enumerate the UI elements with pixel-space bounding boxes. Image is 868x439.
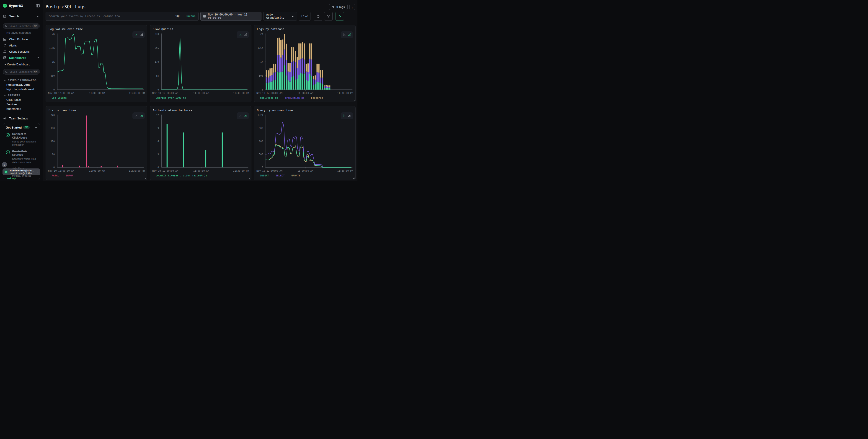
kebab-menu-button[interactable]: ⋮: [349, 4, 355, 10]
y-axis-tick-label: 6: [157, 140, 159, 143]
bar-mode-icon[interactable]: [140, 114, 143, 117]
legend-item[interactable]: — Log volume: [49, 96, 67, 100]
bar-mode-icon[interactable]: [140, 33, 143, 36]
get-started-item[interactable]: Create Data Sources Configure where your…: [6, 150, 37, 164]
chart-title: Errors over time: [49, 108, 145, 112]
user-menu[interactable]: D dominic.tran@clic... dominic.tran@clic…: [2, 168, 40, 175]
resize-handle[interactable]: [353, 178, 354, 179]
chart-mode-toggle: [132, 31, 145, 38]
x-axis-tick-label: Nov 10 12:00:00 AM: [152, 92, 178, 94]
sidebar-collapse-button[interactable]: [36, 4, 40, 8]
sidebar-link-kubernetes[interactable]: Kubernetes: [0, 107, 43, 111]
line-mode-icon[interactable]: [239, 114, 242, 117]
chevron-right-icon: [37, 171, 39, 173]
chevron-down-icon: [292, 15, 294, 17]
get-started-item-title: Connect to ClickHouse: [12, 132, 37, 139]
chevron-down-icon: [4, 80, 6, 81]
legend-item[interactable]: — production_db: [282, 96, 304, 100]
sidebar-item-alerts[interactable]: Alerts: [0, 42, 43, 49]
legend-item[interactable]: — countIf(like(arr..ation failed%')): [153, 174, 207, 178]
lucene-toggle[interactable]: Lucene: [186, 14, 195, 18]
sidebar-link-postgresql-logs[interactable]: PostgreSQL Logs: [0, 83, 43, 87]
section-label: PRESETS: [8, 94, 20, 97]
help-button[interactable]: ?: [2, 162, 7, 167]
refresh-button[interactable]: [314, 12, 322, 21]
tags-button[interactable]: 0 Tags: [329, 4, 348, 10]
legend-item[interactable]: — SELECT: [273, 174, 285, 178]
y-axis-tick-label: 0: [262, 88, 263, 91]
resize-handle[interactable]: [145, 178, 146, 179]
bar-mode-icon[interactable]: [244, 114, 247, 117]
legend-item[interactable]: — FATAL: [49, 174, 59, 178]
chart-panel-query-types: Query types over time 1.2K9006003000 Nov…: [254, 106, 355, 180]
get-started-item-subtitle: Set up your database connection: [12, 140, 37, 147]
chevron-up-icon[interactable]: [35, 127, 37, 128]
legend-item[interactable]: — analytics_db: [257, 96, 278, 100]
get-started-item[interactable]: Connect to ClickHouse Set up your databa…: [6, 132, 37, 147]
x-axis: Nov 10 12:00:00 AM11:00:00 AM11:30:00 PM: [256, 169, 353, 173]
saved-dashboards-input[interactable]: [9, 70, 32, 74]
event-search-input[interactable]: [49, 14, 176, 18]
sidebar-link-services[interactable]: Services: [0, 102, 43, 107]
chart-panel-log-volume: Log volume over time 2K1.5K1K5000 Nov 10…: [45, 25, 147, 102]
x-axis-tick-label: 11:30:00 PM: [337, 92, 353, 94]
chart-canvas[interactable]: [56, 33, 144, 91]
chart-canvas[interactable]: [160, 33, 248, 91]
chart-canvas[interactable]: [265, 33, 352, 91]
live-button[interactable]: Live: [299, 12, 310, 21]
resize-handle[interactable]: [249, 178, 250, 179]
x-axis-tick-label: 11:30:00 PM: [129, 169, 145, 172]
chart-plot: 2K1.5K1K5000: [256, 33, 353, 91]
sidebar-link-nginx-dashboard[interactable]: Nginx logs dashboard: [0, 87, 43, 92]
saved-searches-input[interactable]: [9, 24, 32, 28]
bar-mode-icon[interactable]: [244, 33, 247, 36]
chart-canvas[interactable]: [56, 114, 144, 169]
line-mode-icon[interactable]: [134, 114, 138, 117]
legend-item[interactable]: — Queries over 1000 ms: [153, 96, 186, 100]
sql-toggle[interactable]: SQL: [176, 14, 181, 18]
dashboards-grid-icon: [3, 56, 7, 60]
y-axis-tick-label: 1.2K: [257, 114, 263, 116]
bar-mode-icon[interactable]: [348, 114, 351, 117]
sidebar-item-team-settings[interactable]: Team Settings: [0, 115, 43, 122]
avatar: D: [4, 169, 8, 175]
saved-dashboards-search[interactable]: ⌘K: [3, 69, 40, 74]
bar-mode-icon[interactable]: [348, 33, 351, 36]
line-mode-icon[interactable]: [343, 33, 346, 36]
legend-item[interactable]: — UPDATE: [288, 174, 301, 178]
sidebar-item-dashboards[interactable]: Dashboards: [0, 55, 43, 61]
resize-handle[interactable]: [145, 100, 146, 101]
app-title: HyperDX: [9, 4, 23, 7]
line-mode-icon[interactable]: [239, 33, 242, 36]
line-mode-icon[interactable]: [134, 33, 138, 36]
resize-handle[interactable]: [353, 100, 354, 101]
y-axis-tick-label: 9: [157, 127, 159, 129]
saved-searches-search[interactable]: ⌘K: [3, 23, 40, 29]
no-saved-searches-note: No saved searches: [0, 31, 43, 36]
granularity-select[interactable]: Auto Granularity: [263, 12, 297, 21]
chart-canvas[interactable]: [160, 114, 248, 169]
event-search[interactable]: SQL | Lucene: [45, 12, 198, 21]
x-axis-tick-label: Nov 10 12:00:00 AM: [152, 169, 178, 172]
legend-item[interactable]: — INSERT: [257, 174, 269, 178]
y-axis-tick-label: 85: [156, 74, 159, 77]
saved-dashboards-section-header[interactable]: SAVED DASHBOARDS: [0, 76, 43, 83]
y-axis: 340255170850: [152, 33, 160, 91]
chart-panel-authentication-failures: Authentication failures 129630 Nov 10 12…: [150, 106, 251, 180]
legend-item[interactable]: — ERROR: [63, 174, 73, 178]
create-dashboard-button[interactable]: + Create Dashboard: [0, 61, 43, 67]
y-axis-tick-label: 600: [259, 140, 263, 143]
filter-button[interactable]: [324, 12, 333, 21]
resize-handle[interactable]: [249, 100, 250, 101]
sidebar-item-client-sessions[interactable]: Client Sessions: [0, 49, 43, 55]
chart-canvas[interactable]: [265, 114, 352, 169]
line-mode-icon[interactable]: [343, 114, 346, 117]
sidebar-link-clickhouse[interactable]: ClickHouse: [0, 98, 43, 102]
run-query-button[interactable]: [336, 12, 344, 21]
laptop-icon: [3, 50, 7, 54]
time-range-picker[interactable]: Nov 10 00:00:00 - Nov 11 00:00:00: [200, 12, 261, 21]
sidebar-item-search[interactable]: Search: [0, 11, 43, 21]
legend-item[interactable]: — postgres: [308, 96, 323, 100]
sidebar-item-chart-explorer[interactable]: Chart Explorer: [0, 36, 43, 42]
presets-section-header[interactable]: PRESETS: [0, 92, 43, 98]
